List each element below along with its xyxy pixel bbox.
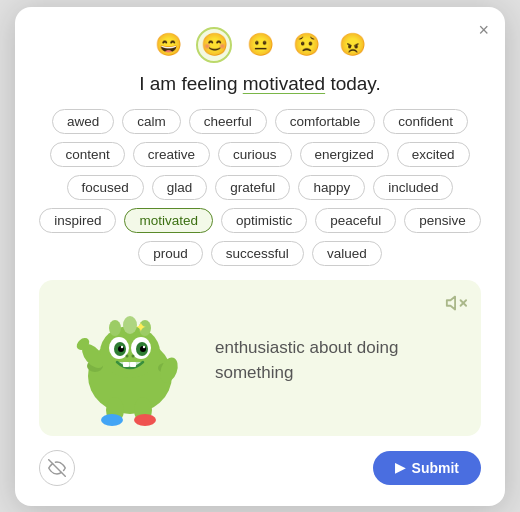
footer: ▶ Submit — [39, 450, 481, 486]
monster-svg: ✦ ✦ — [65, 298, 195, 426]
tag-awed[interactable]: awed — [52, 109, 114, 134]
emoji-angry[interactable]: 😠 — [334, 27, 370, 63]
hide-icon — [48, 459, 66, 477]
emoji-happy[interactable]: 😊 — [196, 27, 232, 63]
mute-icon[interactable] — [445, 292, 467, 319]
feeling-prefix: I am feeling — [139, 73, 243, 94]
svg-rect-25 — [123, 362, 129, 367]
tag-cheerful[interactable]: cheerful — [189, 109, 267, 134]
tag-content[interactable]: content — [50, 142, 124, 167]
tag-energized[interactable]: energized — [300, 142, 389, 167]
character-image: ✦ ✦ — [55, 296, 205, 426]
tag-glad[interactable]: glad — [152, 175, 208, 200]
tag-happy[interactable]: happy — [298, 175, 365, 200]
tag-proud[interactable]: proud — [138, 241, 203, 266]
svg-point-23 — [121, 345, 123, 347]
feeling-word: motivated — [243, 73, 325, 94]
svg-text:✦: ✦ — [135, 319, 147, 335]
svg-point-12 — [134, 414, 156, 426]
svg-rect-26 — [130, 362, 136, 367]
svg-point-14 — [109, 320, 121, 336]
feeling-sentence: I am feeling motivated today. — [39, 73, 481, 95]
close-button[interactable]: × — [478, 21, 489, 39]
tag-focused[interactable]: focused — [67, 175, 144, 200]
tag-peaceful[interactable]: peaceful — [315, 208, 396, 233]
tag-valued[interactable]: valued — [312, 241, 382, 266]
tag-confident[interactable]: confident — [383, 109, 468, 134]
tag-grateful[interactable]: grateful — [215, 175, 290, 200]
tag-excited[interactable]: excited — [397, 142, 470, 167]
emoji-row: 😄😊😐😟😠 — [39, 27, 481, 63]
emoji-neutral[interactable]: 😐 — [242, 27, 278, 63]
emoji-worried[interactable]: 😟 — [288, 27, 324, 63]
tag-successful[interactable]: successful — [211, 241, 304, 266]
svg-point-28 — [132, 354, 135, 357]
svg-point-27 — [126, 354, 129, 357]
tag-inspired[interactable]: inspired — [39, 208, 116, 233]
tag-included[interactable]: included — [373, 175, 453, 200]
feeling-suffix: today. — [325, 73, 381, 94]
tag-pensive[interactable]: pensive — [404, 208, 481, 233]
play-icon: ▶ — [395, 460, 405, 475]
tag-comfortable[interactable]: comfortable — [275, 109, 376, 134]
svg-point-24 — [143, 345, 145, 347]
submit-button[interactable]: ▶ Submit — [373, 451, 481, 485]
character-card: ✦ ✦ enthusiastic about doing something — [39, 280, 481, 436]
tag-motivated[interactable]: motivated — [124, 208, 213, 233]
tag-calm[interactable]: calm — [122, 109, 181, 134]
hide-button[interactable] — [39, 450, 75, 486]
feeling-modal: × 😄😊😐😟😠 I am feeling motivated today. aw… — [15, 7, 505, 506]
tag-curious[interactable]: curious — [218, 142, 292, 167]
tag-creative[interactable]: creative — [133, 142, 210, 167]
svg-marker-31 — [447, 296, 455, 309]
emoji-very-happy[interactable]: 😄 — [150, 27, 186, 63]
svg-point-10 — [101, 414, 123, 426]
tag-optimistic[interactable]: optimistic — [221, 208, 307, 233]
character-description: enthusiastic about doing something — [215, 336, 461, 385]
tags-container: awedcalmcheerfulcomfortableconfidentcont… — [39, 109, 481, 266]
submit-label: Submit — [412, 460, 459, 476]
